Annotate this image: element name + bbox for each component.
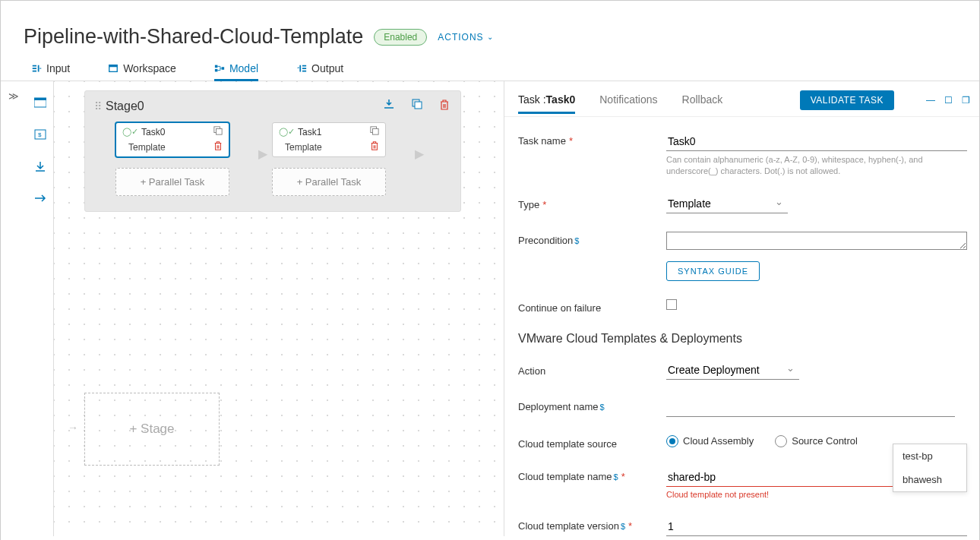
drag-handle-icon[interactable]: ⠿ [94, 100, 100, 112]
task-name-label: Task name* [518, 132, 666, 147]
status-badge: Enabled [374, 29, 427, 46]
tab-model[interactable]: Model [214, 62, 258, 81]
restore-icon[interactable]: ❐ [962, 95, 970, 106]
flow-in-icon: → [68, 422, 78, 434]
deployment-name-label: Deployment name$ [518, 398, 666, 412]
svg-rect-10 [415, 102, 422, 109]
task0-type: Template [128, 142, 213, 153]
continue-label: Continue on failure [518, 299, 666, 314]
dropdown-item-test-bp[interactable]: test-bp [893, 444, 966, 468]
tab-workspace-label: Workspace [123, 62, 176, 74]
precondition-label: Precondition$ [518, 232, 666, 246]
chevron-down-icon: ⌄ [487, 33, 494, 41]
task0-name: Task0 [141, 127, 213, 137]
page-title: Pipeline-with-Shared-Cloud-Template [24, 25, 363, 49]
dropdown-item-bhawesh[interactable]: bhawesh [893, 468, 966, 491]
tab-workspace[interactable]: Workspace [108, 62, 176, 81]
type-label: Type* [518, 196, 666, 210]
tab-output-label: Output [311, 62, 343, 74]
svg-rect-1 [109, 65, 118, 68]
delete-task1-icon[interactable] [370, 141, 379, 153]
panel-tab-rollback[interactable]: Rollback [682, 93, 723, 113]
delete-stage-icon[interactable] [439, 99, 450, 113]
minimize-icon[interactable]: — [926, 95, 935, 106]
task1-name: Task1 [298, 127, 370, 137]
check-circle-icon: ◯✓ [279, 127, 295, 137]
type-select[interactable] [666, 196, 788, 213]
copy-stage-icon[interactable] [412, 99, 422, 113]
copy-task-icon[interactable] [213, 126, 223, 137]
input-icon [31, 63, 42, 74]
template-version-label: Cloud template version$* [518, 517, 666, 532]
deployment-name-field[interactable] [666, 398, 955, 417]
panel-tab-notifications[interactable]: Notifications [599, 93, 657, 113]
delete-task0-icon[interactable] [213, 141, 223, 153]
action-select[interactable] [666, 362, 799, 380]
task-card-task0[interactable]: ◯✓ Task0 Template [115, 122, 229, 157]
pipeline-canvas[interactable]: ⠿ Stage0 ◯✓ Task0 [54, 81, 504, 536]
workspace-icon [108, 63, 119, 74]
deployments-section-heading: VMware Cloud Templates & Deployments [518, 332, 967, 346]
svg-rect-6 [34, 98, 46, 100]
expand-icon[interactable]: ≫ [8, 90, 19, 102]
radio-source-control-label: Source Control [792, 435, 858, 447]
radio-cloud-assembly[interactable]: Cloud Assembly [666, 435, 754, 447]
copy-task-icon[interactable] [370, 126, 379, 137]
svg-text:$: $ [38, 131, 42, 138]
task-card-task1[interactable]: ◯✓ Task1 Template [272, 122, 386, 157]
tab-model-label: Model [229, 62, 258, 74]
actions-label: ACTIONS [438, 32, 483, 43]
flow-out-icon: ▶ [258, 147, 267, 161]
template-version-field[interactable] [666, 517, 967, 536]
panel-tab-task-prefix: Task : [518, 93, 546, 106]
add-stage-button[interactable]: + Stage [84, 393, 220, 466]
template-name-label: Cloud template name$* [518, 468, 666, 482]
model-icon [214, 63, 225, 74]
var-icon[interactable]: $ [31, 127, 49, 142]
check-circle-icon: ◯✓ [122, 127, 138, 137]
radio-dot-icon [666, 435, 678, 447]
radio-dot-icon [775, 435, 787, 447]
download-icon[interactable] [31, 159, 49, 174]
task1-type: Template [285, 142, 370, 153]
layout-icon[interactable] [31, 95, 49, 110]
actions-menu[interactable]: ACTIONS ⌄ [438, 32, 493, 43]
radio-cloud-assembly-label: Cloud Assembly [683, 435, 754, 447]
tab-input[interactable]: Input [31, 62, 70, 81]
svg-rect-14 [372, 128, 378, 134]
precondition-field[interactable] [666, 232, 967, 250]
task-name-field[interactable] [666, 132, 967, 151]
arrow-right-icon[interactable] [31, 191, 49, 206]
task-details-panel: Task :Task0 Notifications Rollback VALID… [504, 81, 980, 536]
svg-rect-3 [215, 69, 218, 72]
stage-title: Stage0 [106, 99, 383, 113]
continue-checkbox[interactable] [666, 299, 677, 310]
flow-out-icon: ▶ [415, 147, 424, 161]
panel-tab-task[interactable]: Task :Task0 [518, 93, 575, 113]
stage-0[interactable]: ⠿ Stage0 ◯✓ Task0 [84, 90, 461, 212]
svg-rect-2 [215, 65, 218, 68]
template-source-label: Cloud template source [518, 435, 666, 450]
maximize-icon[interactable]: ☐ [944, 95, 953, 106]
panel-tab-task-name: Task0 [546, 93, 576, 106]
output-icon [296, 63, 307, 74]
syntax-guide-button[interactable]: SYNTAX GUIDE [666, 261, 760, 281]
template-dropdown: test-bp bhawesh [893, 444, 967, 492]
add-parallel-task-0[interactable]: + Parallel Task [115, 168, 229, 196]
validate-task-button[interactable]: VALIDATE TASK [800, 90, 894, 110]
svg-rect-4 [222, 67, 225, 70]
add-parallel-task-1[interactable]: + Parallel Task [272, 168, 386, 196]
radio-source-control[interactable]: Source Control [775, 435, 858, 447]
tab-input-label: Input [46, 62, 70, 74]
download-stage-icon[interactable] [383, 99, 395, 113]
tab-output[interactable]: Output [296, 62, 343, 81]
task-name-hint: Can contain alphanumeric (a-z, A-Z, 0-9)… [666, 154, 967, 178]
svg-rect-12 [216, 128, 222, 134]
action-label: Action [518, 362, 666, 377]
